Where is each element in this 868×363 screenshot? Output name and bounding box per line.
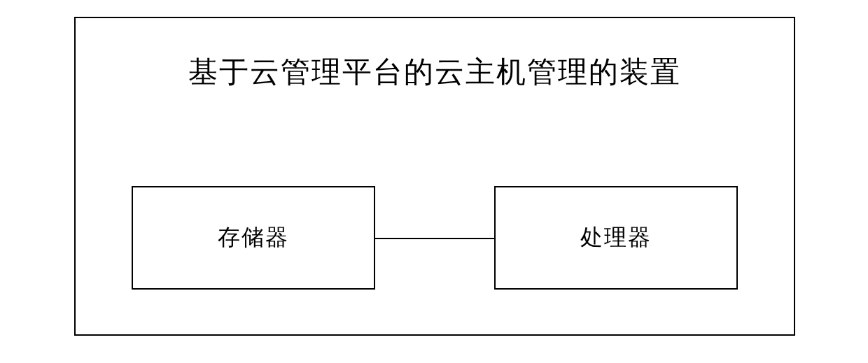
outer-container-box: 基于云管理平台的云主机管理的装置 存储器 处理器	[74, 17, 795, 336]
connector-line	[375, 238, 494, 239]
memory-block-label: 存储器	[218, 222, 289, 253]
processor-block: 处理器	[494, 186, 738, 290]
diagram-title: 基于云管理平台的云主机管理的装置	[76, 55, 794, 90]
processor-block-label: 处理器	[580, 222, 652, 253]
memory-block: 存储器	[132, 186, 375, 290]
diagram-canvas: 基于云管理平台的云主机管理的装置 存储器 处理器	[0, 0, 868, 363]
